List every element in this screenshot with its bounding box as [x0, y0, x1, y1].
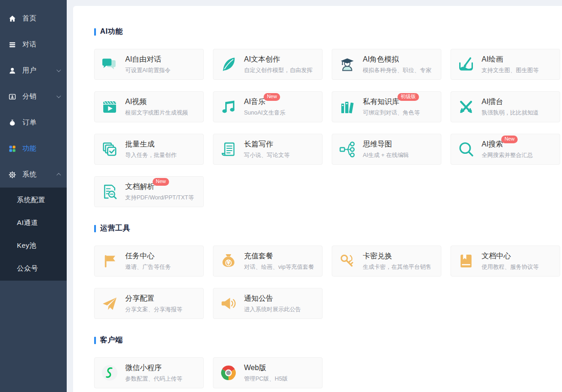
card-share-config[interactable]: 分享配置 分享文案、分享海报等 [94, 288, 204, 319]
card-card-key-redeem[interactable]: 卡密兑换 生成卡密，在其他平台销售 [332, 246, 441, 277]
megaphone-icon [219, 294, 238, 313]
section-title: 客户端 [100, 335, 123, 345]
music-note-icon [219, 98, 238, 116]
card-subtitle: 生成卡密，在其他平台销售 [363, 263, 431, 271]
mindmap-icon [338, 140, 357, 158]
card-ai-search[interactable]: AI搜索New 全网搜索并整合汇总 [451, 134, 560, 165]
scroll-document-icon [219, 140, 238, 158]
paintbrush-icon [456, 55, 476, 73]
card-long-form-writing[interactable]: 长篇写作 写小说、写论文等 [213, 134, 323, 165]
sidebar-item-label: 系统 [22, 170, 57, 179]
beginner-version-badge: 初级版 [398, 93, 419, 101]
card-subtitle: 根据文字或图片生成视频 [125, 109, 188, 117]
document-search-icon [100, 183, 119, 201]
sidebar-item-system[interactable]: 系统 [0, 162, 67, 188]
user-icon [8, 67, 16, 75]
chevron-down-icon [57, 68, 61, 72]
card-ai-text-writing[interactable]: AI文本创作 自定义创作模型，自由发挥 [213, 49, 323, 80]
section-title: AI功能 [100, 27, 123, 37]
card-subtitle: SunoAI文生音乐 [244, 109, 286, 117]
card-document-parsing[interactable]: 文档解析New 支持PDF/Word/PPT/TXT等 [94, 176, 204, 207]
card-title: 微信小程序 [125, 363, 162, 373]
section-clients: 客户端 微信小程序 参数配置、代码上传等 Web版 管理PC版、H5版 [94, 335, 560, 388]
features-grid-icon [8, 145, 16, 153]
sidebar-item-distribution[interactable]: 分销 [0, 84, 67, 110]
sidebar-item-system-config[interactable]: 系统配置 [0, 188, 67, 211]
section-header: AI功能 [94, 27, 560, 37]
card-title: AI视频 [125, 97, 147, 107]
card-ai-painting[interactable]: AI绘画 支持文生图、图生图等 [451, 49, 560, 80]
sidebar-item-key-pool[interactable]: Key池 [0, 234, 67, 257]
card-title: 卡密兑换 [363, 251, 392, 261]
sidebar-item-label: 对话 [22, 40, 60, 49]
system-submenu: 系统配置 AI通道 Key池 公众号 [0, 188, 67, 281]
distribution-card-icon [8, 93, 16, 101]
section-ai-features: AI功能 AI自由对话 可设置AI前置指令 AI文本创作 自定义创作模型，自由发… [94, 27, 560, 207]
card-subtitle: 可绑定到对话、角色等 [363, 109, 420, 117]
sidebar-item-official-account[interactable]: 公众号 [0, 257, 67, 280]
card-batch-generation[interactable]: 批量生成 导入任务，批量创作 [94, 134, 204, 165]
card-ai-free-chat[interactable]: AI自由对话 可设置AI前置指令 [94, 49, 204, 80]
sidebar-item-orders[interactable]: 订单 [0, 110, 67, 136]
card-recharge-packages[interactable]: ¥ 充值套餐 对话、绘画、vip等充值套餐 [213, 246, 323, 277]
section-header: 运营工具 [94, 224, 560, 233]
card-subtitle: 进入系统时展示此公告 [244, 306, 301, 314]
card-mind-map[interactable]: 思维导图 AI生成 + 在线编辑 [332, 134, 441, 165]
section-accent-bar [94, 225, 96, 232]
wechat-miniprogram-icon [100, 364, 119, 382]
card-title: 批量生成 [125, 140, 154, 149]
sidebar-item-chat[interactable]: 对话 [0, 31, 67, 57]
card-ai-music[interactable]: AI音乐New SunoAI文生音乐 [213, 91, 323, 122]
card-wechat-miniprogram[interactable]: 微信小程序 参数配置、代码上传等 [94, 357, 204, 388]
home-icon [8, 15, 16, 23]
submenu-label: 系统配置 [17, 196, 45, 204]
chat-bubbles-icon [100, 55, 119, 73]
feather-icon [219, 55, 238, 73]
card-subtitle: 支持文生图、图生图等 [482, 67, 539, 74]
card-subtitle: 导入任务，批量创作 [125, 152, 177, 159]
card-doc-center[interactable]: 文档中心 使用教程、服务协议等 [451, 246, 560, 277]
main-area: AI功能 AI自由对话 可设置AI前置指令 AI文本创作 自定义创作模型，自由发… [67, 0, 562, 392]
section-header: 客户端 [94, 335, 560, 345]
card-private-knowledge-base[interactable]: 私有知识库初级版 可绑定到对话、角色等 [332, 91, 441, 122]
submenu-label: Key池 [17, 241, 37, 250]
card-title: AI绘画 [482, 55, 503, 64]
card-title: AI擂台 [482, 97, 503, 107]
card-announcement[interactable]: 通知公告 进入系统时展示此公告 [213, 288, 323, 319]
card-subtitle: 孰强孰弱，比比就知道 [482, 109, 539, 117]
card-ai-video[interactable]: AI视频 根据文字或图片生成视频 [94, 91, 204, 122]
content-panel: AI功能 AI自由对话 可设置AI前置指令 AI文本创作 自定义创作模型，自由发… [73, 6, 562, 392]
card-task-center[interactable]: 任务中心 邀请、广告等任务 [94, 246, 204, 277]
paper-plane-icon [100, 294, 119, 313]
crossed-swords-icon [456, 98, 476, 116]
card-title: 文档解析 [125, 182, 154, 192]
card-grid: 任务中心 邀请、广告等任务 ¥ 充值套餐 对话、绘画、vip等充值套餐 卡 [94, 246, 560, 319]
submenu-label: 公众号 [17, 264, 38, 273]
card-web-version[interactable]: Web版 管理PC版、H5版 [213, 357, 323, 388]
new-badge: New [501, 136, 518, 143]
card-grid: AI自由对话 可设置AI前置指令 AI文本创作 自定义创作模型，自由发挥 [94, 49, 560, 207]
section-accent-bar [94, 28, 96, 36]
submenu-label: AI通道 [17, 219, 38, 227]
sidebar-item-home[interactable]: 首页 [0, 5, 67, 31]
card-ai-arena[interactable]: AI擂台 孰强孰弱，比比就知道 [451, 91, 560, 122]
sidebar-item-label: 分销 [22, 92, 57, 101]
key-icon [338, 252, 357, 270]
gear-icon [8, 171, 16, 179]
flag-icon [100, 252, 119, 270]
card-subtitle: 全网搜索并整合汇总 [482, 152, 533, 159]
chevron-up-icon [57, 173, 61, 178]
card-subtitle: 写小说、写论文等 [244, 152, 290, 159]
card-subtitle: 使用教程、服务协议等 [482, 263, 539, 271]
sidebar-item-ai-channel[interactable]: AI通道 [0, 211, 67, 234]
card-ai-role-play[interactable]: AI角色模拟 模拟各种身份、职位、专家 [332, 49, 441, 80]
card-title: Web版 [244, 363, 266, 373]
graduate-avatar-icon [338, 55, 357, 73]
section-accent-bar [94, 337, 96, 344]
batch-stack-icon [100, 140, 119, 158]
card-subtitle: 邀请、广告等任务 [125, 263, 171, 271]
sidebar-item-users[interactable]: 用户 [0, 57, 67, 84]
sidebar-item-features[interactable]: 功能 [0, 136, 67, 162]
chevron-down-icon [57, 94, 61, 98]
chrome-icon [219, 364, 238, 382]
